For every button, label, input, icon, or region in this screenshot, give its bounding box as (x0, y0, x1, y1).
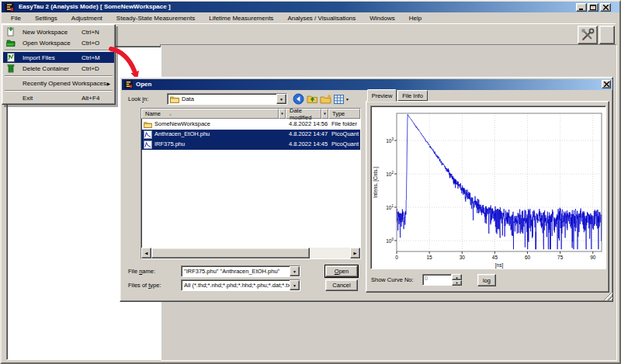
svg-text:101: 101 (386, 204, 394, 210)
new-workspace-icon (6, 27, 16, 36)
menu-item-shortcut: Ctrl+N (82, 29, 99, 36)
menu-item-shortcut: Ctrl+M (82, 54, 100, 61)
maximize-icon (590, 5, 596, 10)
log-scale-button[interactable]: log (477, 274, 496, 286)
menu-windows[interactable]: Windows (363, 13, 401, 23)
menu-item-open-workspace[interactable]: Open Workspace Ctrl+O (3, 37, 114, 48)
view-menu-button[interactable]: ▼ (334, 93, 350, 105)
file-name-combobox[interactable]: "IRF375.phu" "Anthracen_EtOH.phu" ▼ (181, 265, 300, 277)
menu-item-import-files[interactable]: Import Files Ctrl+M (3, 52, 114, 63)
scroll-right-button[interactable]: ▶ (350, 248, 360, 258)
window-workspace: [ SomeNewWorkspace ] (100, 3, 171, 10)
menu-steady-state[interactable]: Steady-State Measurements (109, 13, 202, 23)
svg-text:Intens. [Cnts.]: Intens. [Cnts.] (373, 167, 379, 198)
delete-container-icon (6, 64, 16, 73)
preview-panel: 0153045607590100101102103[ns]Intens. [Cn… (366, 101, 609, 293)
menu-settings[interactable]: Settings (28, 13, 64, 23)
file-name-label: File name: (128, 268, 155, 275)
menu-item-shortcut: Alt+F4 (82, 95, 99, 102)
svg-text:60: 60 (525, 255, 531, 260)
file-list-header: Name ▲ ▼ Date modified ▼ Type (141, 109, 360, 119)
look-in-label: Look in: (128, 95, 148, 102)
cancel-button[interactable]: Cancel (325, 279, 358, 291)
menu-item-exit[interactable]: Exit Alt+F4 (3, 92, 114, 103)
menu-file[interactable]: File (4, 13, 28, 23)
view-grid-icon (334, 95, 344, 104)
menu-item-delete-container[interactable]: Delete Container Ctrl+D (3, 63, 114, 74)
dialog-title: Open (136, 81, 151, 88)
svg-text:102: 102 (386, 171, 394, 177)
open-dialog: Open Look in: Data ▼ (120, 77, 613, 302)
menu-item-new-workspace[interactable]: New Workspace Ctrl+N (3, 26, 114, 37)
new-folder-button[interactable] (320, 93, 332, 105)
menu-item-label: New Workspace (23, 29, 68, 36)
up-one-level-button[interactable] (307, 93, 318, 105)
dialog-title-bar[interactable]: Open (122, 79, 612, 90)
menu-item-shortcut: Ctrl+O (82, 40, 99, 47)
settings-tools-button[interactable] (578, 26, 598, 44)
column-header-date[interactable]: Date modified (286, 109, 321, 119)
svg-text:75: 75 (557, 255, 564, 260)
open-button[interactable]: Open (325, 265, 358, 277)
preview-chart-box: 0153045607590100101102103[ns]Intens. [Cn… (370, 106, 606, 269)
maximize-button[interactable] (588, 3, 598, 12)
look-in-combobox[interactable]: Data ▼ (167, 93, 287, 105)
column-filter-button[interactable]: ▼ (321, 109, 328, 119)
column-header-type[interactable]: Type (328, 109, 360, 119)
scroll-left-button[interactable]: ◀ (141, 248, 151, 258)
tab-preview[interactable]: Preview (367, 89, 397, 102)
app-icon (5, 3, 14, 12)
scrollbar-thumb[interactable] (151, 248, 310, 258)
tools-icon (581, 28, 595, 42)
menu-item-label: Exit (23, 95, 33, 102)
sort-ascending-icon: ▲ (168, 112, 172, 116)
phu-file-icon (144, 130, 152, 139)
file-name-dropdown-button[interactable]: ▼ (290, 266, 300, 276)
menu-analyses[interactable]: Analyses / Visualisations (280, 13, 363, 23)
menu-item-label: Open Workspace (23, 40, 71, 47)
tab-file-info[interactable]: File Info (397, 90, 428, 101)
close-icon (603, 5, 609, 10)
back-button[interactable] (293, 93, 305, 105)
svg-text:45: 45 (492, 255, 498, 260)
dialog-close-button[interactable] (602, 80, 611, 88)
close-button[interactable] (600, 3, 611, 12)
horizontal-scrollbar[interactable]: ◀ ▶ (141, 248, 360, 258)
file-row-folder[interactable]: SomeNewWorkspace 4.8.2022 14:56 File fol… (141, 120, 360, 130)
phu-file-icon (144, 140, 152, 149)
show-curve-label: Show Curve No: (371, 276, 414, 283)
title-bar[interactable]: EasyTau 2 (Analysis Mode) [ SomeNewWorks… (2, 2, 619, 12)
import-files-icon (6, 53, 16, 62)
folder-icon (144, 120, 152, 129)
menu-adjustment[interactable]: Adjustment (64, 13, 109, 23)
show-curve-spinner[interactable]: ▲ ▼ (452, 274, 462, 286)
column-header-name[interactable]: Name ▲ (141, 109, 279, 119)
dialog-app-icon (124, 81, 133, 88)
view-menu-arrow-icon: ▼ (345, 97, 349, 102)
spinner-up-button[interactable]: ▲ (452, 274, 462, 280)
svg-text:0: 0 (395, 255, 398, 260)
minimize-button[interactable] (576, 3, 587, 12)
files-of-type-combobox[interactable]: All (*.thd;*.nhd;*.phd;*.hhd;*.phu;*.dat… (181, 279, 300, 291)
file-name-value: "IRF375.phu" "Anthracen_EtOH.phu" (182, 268, 290, 275)
files-of-type-label: Files of type: (128, 282, 161, 289)
window-title: EasyTau 2 (Analysis Mode) (19, 3, 99, 10)
menu-lifetime[interactable]: Lifetime Measurements (202, 13, 280, 23)
files-of-type-value: All (*.thd;*.nhd;*.phd;*.hhd;*.phu;*.dat… (182, 282, 290, 289)
show-curve-input[interactable]: 0 (422, 274, 452, 286)
files-of-type-dropdown-button[interactable]: ▼ (290, 280, 300, 290)
file-list: Name ▲ ▼ Date modified ▼ Type SomeNewWor… (141, 108, 361, 259)
look-in-dropdown-button[interactable]: ▼ (276, 94, 286, 104)
new-folder-icon (320, 93, 332, 105)
column-filter-button[interactable]: ▼ (279, 109, 286, 119)
menu-item-recent-workspaces[interactable]: Recently Opened Workspaces ▶ (3, 78, 114, 88)
folder-icon (170, 95, 179, 103)
svg-text:[ns]: [ns] (495, 262, 504, 269)
file-row-selected[interactable]: IRF375.phu 4.8.2022 14:45 PicoQuant H (141, 140, 360, 150)
submenu-arrow-icon: ▶ (106, 81, 110, 86)
menu-help[interactable]: Help (402, 13, 428, 23)
file-row-selected[interactable]: Anthracen_EtOH.phu 4.8.2022 14:47 PicoQu… (141, 130, 360, 140)
resize-grip[interactable] (603, 291, 612, 300)
preview-chart: 0153045607590100101102103[ns]Intens. [Cn… (371, 106, 605, 269)
spinner-down-button[interactable]: ▼ (452, 280, 462, 286)
